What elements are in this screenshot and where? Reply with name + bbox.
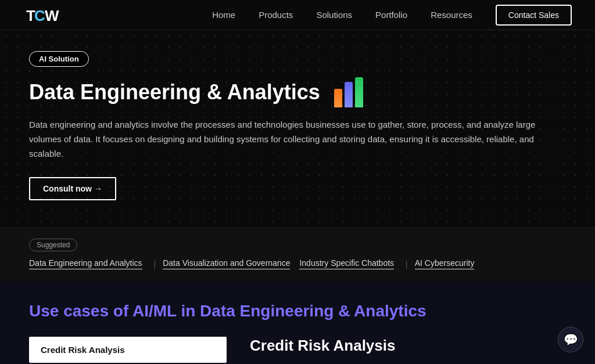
use-cases-list: Credit Risk Analysis Fraud Detection <box>29 337 227 364</box>
use-cases-title: Use cases of AI/ML in Data Engineering &… <box>29 302 566 320</box>
ai-solution-badge: AI Solution <box>29 51 89 67</box>
chat-button[interactable]: 💬 <box>558 327 583 352</box>
svg-text:C: C <box>34 7 45 24</box>
hero-section: AI Solution Data Engineering & Analytics… <box>0 30 595 228</box>
suggested-link-ai-cybersecurity[interactable]: AI Cybersecurity <box>415 258 475 269</box>
sep-1: | <box>154 260 156 269</box>
suggested-link-industry-chatbots[interactable]: Industry Specific Chatbots <box>299 258 394 269</box>
nav-portfolio[interactable]: Portfolio <box>375 10 407 20</box>
navbar: T C W Home Products Solutions Portfolio … <box>0 0 595 30</box>
suggested-link-data-visualization[interactable]: Data Visualization and Governance <box>163 258 290 269</box>
use-cases-layout: Credit Risk Analysis Fraud Detection Cre… <box>29 337 566 364</box>
consult-now-button[interactable]: Consult now → <box>29 177 116 200</box>
use-case-detail-title: Credit Risk Analysis <box>250 337 566 355</box>
sep-2: | <box>406 260 408 269</box>
suggested-links: Data Engineering and Analytics | Data Vi… <box>29 258 566 269</box>
suggested-badge: Suggested <box>29 239 77 251</box>
use-case-detail: Credit Risk Analysis Credit Risk Analysi… <box>250 337 566 364</box>
nav-resources[interactable]: Resources <box>431 10 472 20</box>
use-case-credit-risk[interactable]: Credit Risk Analysis <box>29 337 227 363</box>
bar-2 <box>345 82 353 107</box>
suggested-section: Suggested Data Engineering and Analytics… <box>0 228 595 281</box>
nav-links: Home Products Solutions Portfolio Resour… <box>212 10 472 20</box>
nav-solutions[interactable]: Solutions <box>316 10 352 20</box>
hero-description: Data engineering and analytics involve t… <box>29 118 552 161</box>
suggested-link-data-engineering[interactable]: Data Engineering and Analytics <box>29 258 142 269</box>
hero-title: Data Engineering & Analytics <box>29 80 320 104</box>
contact-sales-button[interactable]: Contact Sales <box>496 5 572 26</box>
use-cases-section: Use cases of AI/ML in Data Engineering &… <box>0 281 595 364</box>
bar-chart-icon <box>334 77 363 107</box>
bar-3 <box>355 77 363 107</box>
nav-products[interactable]: Products <box>259 10 293 20</box>
bar-1 <box>334 89 342 107</box>
nav-home[interactable]: Home <box>212 10 235 20</box>
hero-title-row: Data Engineering & Analytics <box>29 77 566 107</box>
logo[interactable]: T C W <box>23 5 64 26</box>
svg-text:W: W <box>45 7 59 24</box>
